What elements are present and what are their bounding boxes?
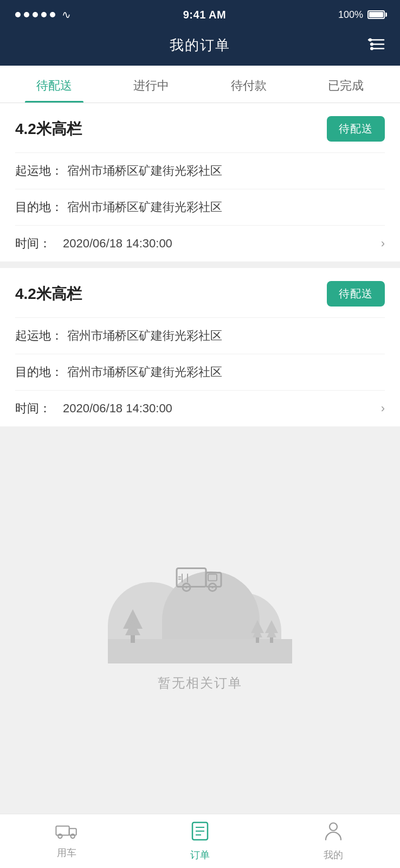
nav-item-car[interactable]: 用车 — [0, 814, 133, 868]
tab-in-progress[interactable]: 进行中 — [103, 66, 201, 103]
signal-dot — [24, 12, 29, 17]
order-card: 4.2米高栏 待配送 起运地： 宿州市埇桥区矿建街光彩社区 目的地： 宿州市埇桥… — [0, 268, 400, 426]
wifi-icon: ∿ — [62, 8, 71, 21]
origin-label: 起运地： — [15, 328, 63, 344]
chevron-right-icon: › — [381, 237, 385, 251]
truck-icon — [176, 560, 224, 595]
battery-icon — [367, 10, 385, 19]
header: 我的订单 — [0, 27, 400, 66]
nav-label-car: 用车 — [57, 846, 76, 859]
time-label: 时间： — [15, 400, 59, 417]
chevron-right-icon: › — [381, 401, 385, 416]
order-type: 4.2米高栏 — [15, 284, 82, 304]
signal-dot — [33, 12, 38, 17]
svg-point-3 — [369, 38, 372, 41]
nav-item-profile[interactable]: 我的 — [267, 814, 400, 868]
signal-dot — [41, 12, 47, 17]
empty-illustration — [108, 544, 292, 663]
svg-point-13 — [211, 586, 214, 589]
status-bar: ∿ 9:41 AM 100% — [0, 0, 400, 27]
time-value: 2020/06/18 14:30:00 — [63, 237, 381, 251]
order-destination-row: 目的地： 宿州市埇桥区矿建街光彩社区 — [15, 354, 385, 390]
filter-icon[interactable] — [367, 37, 385, 56]
tab-completed[interactable]: 已完成 — [298, 66, 395, 103]
signal-dots: ∿ — [15, 8, 71, 21]
order-status-badge[interactable]: 待配送 — [327, 281, 385, 307]
nav-label-order: 订单 — [190, 848, 210, 861]
tab-pending-delivery[interactable]: 待配送 — [5, 66, 103, 103]
order-status-badge[interactable]: 待配送 — [327, 116, 385, 142]
tab-bar: 待配送 进行中 待付款 已完成 — [0, 66, 400, 103]
tree-right-2 — [265, 620, 278, 643]
svg-point-11 — [185, 586, 188, 589]
order-destination-row: 目的地： 宿州市埇桥区矿建街光彩社区 — [15, 189, 385, 225]
order-card: 4.2米高栏 待配送 起运地： 宿州市埇桥区矿建街光彩社区 目的地： 宿州市埇桥… — [0, 103, 400, 261]
signal-dot — [50, 12, 55, 17]
destination-value: 宿州市埇桥区矿建街光彩社区 — [67, 364, 385, 380]
profile-nav-icon — [325, 821, 342, 845]
order-header: 4.2米高栏 待配送 — [15, 116, 385, 142]
status-right: 100% — [338, 9, 385, 21]
truck-nav-icon — [55, 823, 78, 843]
origin-label: 起运地： — [15, 163, 63, 179]
svg-point-4 — [370, 42, 373, 46]
destination-value: 宿州市埇桥区矿建街光彩社区 — [67, 199, 385, 215]
signal-dot — [15, 12, 21, 17]
bottom-nav: 用车 订单 我的 — [0, 814, 400, 868]
svg-point-5 — [370, 47, 373, 50]
battery-fill — [369, 12, 383, 17]
order-time-row[interactable]: 时间： 2020/06/18 14:30:00 › — [15, 390, 385, 426]
origin-value: 宿州市埇桥区矿建街光彩社区 — [67, 163, 385, 179]
nav-item-order[interactable]: 订单 — [133, 814, 267, 868]
status-time: 9:41 AM — [183, 9, 226, 21]
time-value: 2020/06/18 14:30:00 — [63, 401, 381, 416]
order-type: 4.2米高栏 — [15, 119, 82, 139]
tab-pending-payment[interactable]: 待付款 — [200, 66, 298, 103]
origin-value: 宿州市埇桥区矿建街光彩社区 — [67, 328, 385, 344]
svg-rect-6 — [177, 569, 206, 587]
content-area: 4.2米高栏 待配送 起运地： 宿州市埇桥区矿建街光彩社区 目的地： 宿州市埇桥… — [0, 103, 400, 814]
time-label: 时间： — [15, 235, 59, 252]
tree-right-1 — [251, 620, 264, 643]
destination-label: 目的地： — [15, 364, 63, 380]
nav-label-profile: 我的 — [324, 848, 343, 861]
svg-rect-18 — [56, 826, 69, 835]
tree-left — [123, 609, 143, 643]
order-origin-row: 起运地： 宿州市埇桥区矿建街光彩社区 — [15, 317, 385, 354]
destination-label: 目的地： — [15, 199, 63, 215]
battery-percent: 100% — [338, 9, 363, 21]
empty-text: 暂无相关订单 — [158, 674, 242, 692]
svg-point-26 — [330, 823, 337, 831]
svg-rect-8 — [208, 575, 217, 581]
order-nav-icon — [191, 821, 209, 845]
order-time-row[interactable]: 时间： 2020/06/18 14:30:00 › — [15, 225, 385, 261]
order-origin-row: 起运地： 宿州市埇桥区矿建街光彩社区 — [15, 152, 385, 189]
empty-state: 暂无相关订单 — [0, 433, 400, 814]
order-header: 4.2米高栏 待配送 — [15, 281, 385, 307]
page-title: 我的订单 — [170, 36, 230, 55]
